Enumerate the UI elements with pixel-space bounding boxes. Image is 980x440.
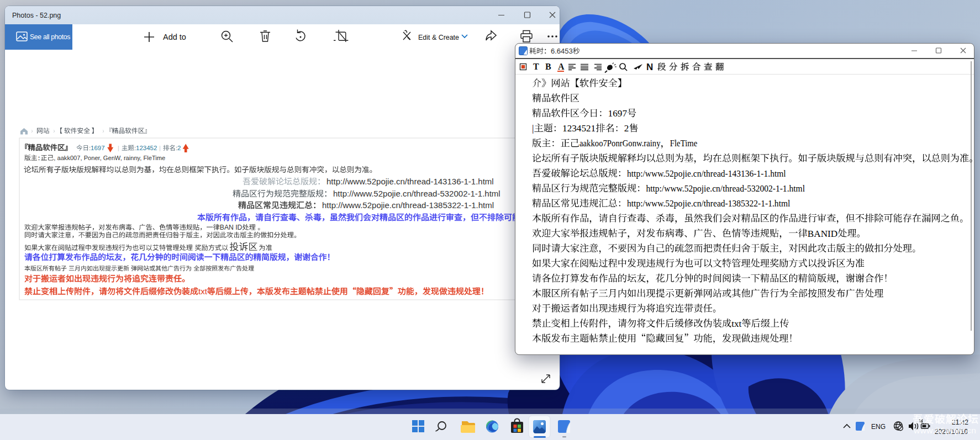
svg-text:B: B xyxy=(545,62,551,71)
svg-text:A: A xyxy=(558,62,565,71)
svg-text:N: N xyxy=(646,62,653,72)
svg-text:T: T xyxy=(533,62,539,71)
svg-text:Edit & Create: Edit & Create xyxy=(418,33,459,41)
